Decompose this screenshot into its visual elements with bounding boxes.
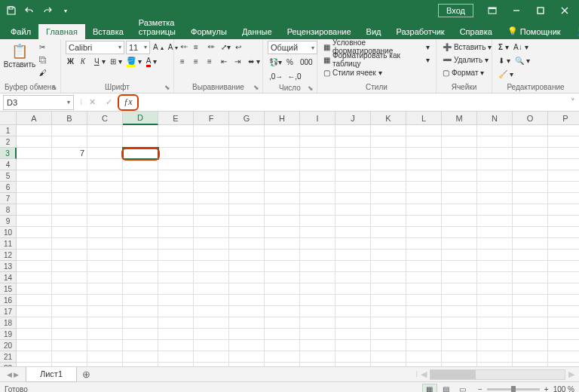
cell[interactable] [265,170,300,182]
cell[interactable] [335,250,371,261]
format-as-table-button[interactable]: ▦Форматировать как таблицу▾ [322,54,431,66]
tab-help[interactable]: Справка [452,24,500,39]
format-cells-button[interactable]: ▢Формат▾ [441,66,486,78]
new-sheet-button[interactable]: ⊕ [77,369,95,380]
cell[interactable] [194,272,229,283]
cell[interactable] [87,204,123,216]
cell[interactable] [17,125,52,136]
autosum-button[interactable]: Σ▾ [497,41,510,54]
cell[interactable] [194,125,229,136]
increase-indent-button[interactable]: ⇥ [233,56,245,68]
cell[interactable] [123,182,158,193]
number-format-combo[interactable]: Общий▾ [268,41,317,54]
cell[interactable] [194,261,229,272]
cell[interactable] [548,125,579,136]
cell[interactable] [513,340,548,351]
cell[interactable] [406,148,442,159]
cell[interactable] [442,136,477,148]
cell[interactable] [52,227,87,238]
cell[interactable] [548,317,579,329]
cell[interactable] [123,238,158,250]
alignment-launcher-icon[interactable]: ⬊ [253,84,259,91]
cell[interactable] [371,136,406,148]
cell[interactable] [371,317,406,329]
cell[interactable] [513,329,548,340]
cell[interactable] [123,125,158,136]
cell[interactable] [265,136,300,148]
cell[interactable] [548,283,579,295]
cell[interactable] [513,159,548,170]
cell[interactable] [87,272,123,283]
cell[interactable] [548,250,579,261]
row-header[interactable]: 19 [0,329,17,340]
login-button[interactable]: Вход [438,4,473,17]
cell[interactable] [442,238,477,250]
cell[interactable] [17,148,52,159]
column-header[interactable]: I [300,112,335,125]
cell[interactable] [194,193,229,204]
tell-me-button[interactable]: 💡Помощник [500,23,568,39]
cell[interactable] [300,295,335,306]
cell[interactable] [87,193,123,204]
row-header[interactable]: 21 [0,351,17,363]
align-top-button[interactable]: ⬴ [179,41,191,54]
cell[interactable] [229,306,265,317]
cell[interactable] [477,295,513,306]
cell[interactable] [335,317,371,329]
cell[interactable] [300,193,335,204]
cell[interactable] [17,295,52,306]
cell[interactable] [442,283,477,295]
cell[interactable] [194,216,229,227]
cell[interactable] [406,125,442,136]
cell[interactable] [513,250,548,261]
cell[interactable] [123,283,158,295]
cell[interactable] [477,182,513,193]
cell[interactable] [477,125,513,136]
column-header[interactable]: O [513,112,548,125]
cell[interactable] [87,227,123,238]
cell[interactable] [513,182,548,193]
tab-review[interactable]: Рецензирование [280,24,359,39]
row-header[interactable]: 3 [0,148,17,159]
cell[interactable] [229,182,265,193]
cell[interactable] [371,125,406,136]
cell[interactable] [229,125,265,136]
cell[interactable] [265,216,300,227]
cell[interactable] [194,363,229,366]
cell[interactable] [229,363,265,366]
cell[interactable] [513,204,548,216]
column-header[interactable]: K [371,112,406,125]
cell[interactable] [123,216,158,227]
cell[interactable] [300,261,335,272]
cell[interactable] [477,204,513,216]
paste-button[interactable]: 📋 Вставить [5,41,35,70]
cell[interactable] [52,136,87,148]
cell[interactable] [87,261,123,272]
cell[interactable] [513,283,548,295]
column-header[interactable]: J [335,112,371,125]
cell[interactable] [17,238,52,250]
underline-button[interactable]: Ч▾ [93,56,107,68]
fill-color-button[interactable]: 🪣▾ [125,56,143,68]
cell[interactable] [406,295,442,306]
percent-button[interactable]: % [285,57,297,69]
cell[interactable] [265,317,300,329]
cell[interactable] [335,272,371,283]
cell[interactable] [513,363,548,366]
cell[interactable] [513,261,548,272]
cell[interactable] [442,159,477,170]
cell[interactable] [194,204,229,216]
cell[interactable] [335,261,371,272]
cell[interactable] [123,295,158,306]
cell[interactable] [52,159,87,170]
sheet-tab-active[interactable]: Лист1 [26,367,77,382]
cell[interactable] [300,272,335,283]
cell[interactable] [513,148,548,159]
cell[interactable] [158,182,194,193]
cell[interactable] [52,329,87,340]
cell[interactable] [158,329,194,340]
cell[interactable] [158,283,194,295]
cell[interactable] [548,238,579,250]
cell[interactable] [123,136,158,148]
cell[interactable] [442,261,477,272]
